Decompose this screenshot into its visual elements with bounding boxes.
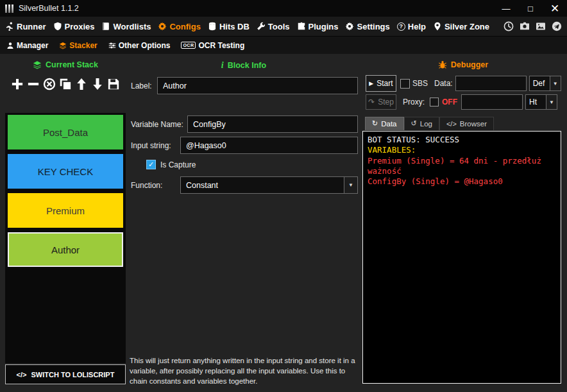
proxy-checkbox[interactable] [430,98,439,107]
sbs-checkbox[interactable] [400,79,410,89]
menu-item-hits-db[interactable]: Hits DB [208,22,250,31]
debug-output-line: BOT STATUS: SUCCESS [368,135,556,145]
bug-icon [438,60,447,69]
current-stack-header: Current Stack [5,60,126,69]
menu-item-plugins[interactable]: Plugins [297,22,339,31]
step-button[interactable]: ↷ Step [366,94,396,110]
camera-icon[interactable] [520,21,530,31]
person-icon [6,42,14,49]
menu-item-configs[interactable]: Configs [158,22,200,31]
function-value: Constant [181,181,344,190]
add-block-button[interactable] [11,78,24,90]
close-button[interactable]: ✕ [543,0,567,17]
code-icon: </> [446,120,457,128]
function-caption: Function: [131,181,180,190]
switch-button-label: SWITCH TO LOLISCRIPT [31,371,114,379]
debugger-tabs: ↻Data ↺Log </>Browser [365,117,494,130]
submenu-item-other-options[interactable]: Other Options [108,41,171,50]
start-label: Start [377,79,393,88]
move-up-button[interactable] [75,78,88,90]
proxy-type-dropdown[interactable]: Ht ▼ [525,94,557,110]
switch-to-loliscript-button[interactable]: </> SWITCH TO LOLISCRIPT [5,364,126,384]
is-capture-row: ✓ Is Capture [146,160,358,169]
duplicate-block-button[interactable] [59,78,72,90]
app-window: SilverBullet 1.1.2 — □ ✕ Runner Proxies … [0,0,567,392]
debugger-title: Debugger [451,60,488,69]
stack-block-premium[interactable]: Premium [8,193,123,228]
proxy-type-value: Ht [526,98,546,107]
tab-data[interactable]: ↻Data [365,117,404,130]
debugger-header: Debugger [362,60,564,69]
stack-panel: Post_Data KEY CHECK Premium Author [5,113,126,363]
function-row: Function: Constant ▼ [131,176,358,194]
label-input[interactable] [157,77,358,94]
step-label: Step [378,98,394,107]
variable-name-input[interactable] [187,115,358,133]
block-description: This will just return anything written i… [130,355,360,386]
maximize-button[interactable]: □ [518,0,543,17]
menu-item-wordlists[interactable]: Wordlists [101,22,151,31]
function-dropdown[interactable]: Constant ▼ [180,176,358,194]
stack-block-key-check[interactable]: KEY CHECK [8,154,123,189]
submenu-label: Manager [17,41,48,50]
submenu-item-stacker[interactable]: Stacker [59,41,97,50]
debug-output-line: Premium (Single) = 64 dni - przedłuż waż… [368,156,556,177]
is-capture-checkbox[interactable]: ✓ [146,160,156,169]
block-info-title: Block Info [228,61,266,70]
proxy-input[interactable] [461,94,523,110]
puzzle-icon [297,22,306,31]
submenu-label: Other Options [119,41,171,50]
screenshot-icon[interactable] [536,21,546,31]
block-info-header: i Block Info [126,60,362,71]
submenu-item-manager[interactable]: Manager [6,41,48,50]
stack-toolbar [5,74,126,94]
tab-label: Log [420,120,432,128]
variable-name-row: Variable Name: [131,115,358,133]
start-button[interactable]: ▶ Start [366,75,396,92]
history-icon[interactable] [504,21,514,31]
window-title: SilverBullet 1.1.2 [19,4,79,13]
menu-item-runner[interactable]: Runner [5,22,46,31]
proxy-label: Proxy: [403,98,425,107]
code-icon: </> [17,371,27,379]
submenu-label: OCR Testing [198,41,244,50]
data-input[interactable] [455,76,527,91]
telegram-icon[interactable] [552,21,562,31]
move-down-button[interactable] [91,78,104,90]
ocr-icon: OCR [181,42,196,49]
book-icon [101,22,110,31]
tab-label: Data [381,120,396,128]
menu-item-help[interactable]: ?Help [397,22,426,31]
debug-output[interactable]: BOT STATUS: SUCCESS VARIABLES: Premium (… [362,131,561,384]
save-config-button[interactable] [107,78,120,90]
label-caption: Label: [131,81,157,90]
menu-label: Hits DB [219,22,250,31]
tab-browser[interactable]: </>Browser [439,117,494,130]
window-controls: — □ ✕ [494,0,567,17]
menu-item-proxies[interactable]: Proxies [53,22,95,31]
menu-item-tools[interactable]: Tools [257,22,290,31]
data-label: Data: [434,79,453,88]
menu-item-settings[interactable]: Settings [345,22,389,31]
debug-output-line: VARIABLES: [368,145,556,155]
debug-output-line: ConfigBy (Single) = @Hagaso0 [368,176,556,187]
menu-label: Runner [17,22,46,31]
input-string-caption: Input string: [131,141,180,150]
wordlist-type-dropdown[interactable]: Def ▼ [529,76,561,91]
debugger-column: Debugger ▶ Start SBS Data: Def ▼ ↷ [362,54,564,392]
app-icon [5,4,13,13]
submenu-label: Stacker [69,41,97,50]
minimize-button[interactable]: — [494,0,518,17]
menu-label: Proxies [65,22,95,31]
submenu-item-ocr-testing[interactable]: OCROCR Testing [181,41,244,50]
stack-block-label: Author [51,244,80,255]
stack-block-post-data[interactable]: Post_Data [8,115,123,149]
disable-block-button[interactable] [43,78,56,90]
stack-block-author[interactable]: Author [8,232,123,267]
tab-log[interactable]: ↺Log [404,117,439,130]
remove-block-button[interactable] [27,78,40,90]
input-string-input[interactable] [180,137,358,154]
play-icon: ▶ [369,80,373,87]
menu-label: Silver Zone [444,22,489,31]
menu-item-silver-zone[interactable]: Silver Zone [433,22,489,31]
